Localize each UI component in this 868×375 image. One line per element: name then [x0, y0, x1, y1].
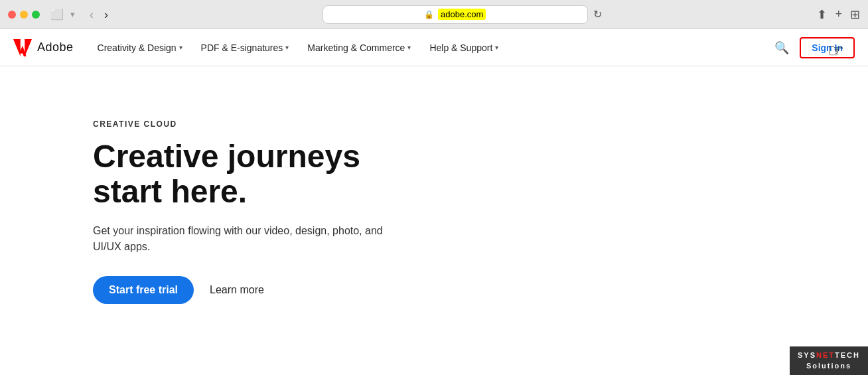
browser-chrome: ⬜ ▾ ‹ › 🔒 adobe.com ↻ ⬆ + ⊞ [0, 0, 868, 29]
url-display: adobe.com [438, 9, 486, 20]
adobe-navbar: Adobe Creativity & Design ▾ PDF & E-sign… [0, 29, 868, 66]
traffic-lights [8, 11, 40, 19]
back-button[interactable]: ‹ [86, 7, 98, 22]
minimize-button[interactable] [20, 11, 28, 19]
nav-right: 🔍 Sign In [772, 37, 855, 58]
nav-item-creativity-design[interactable]: Creativity & Design ▾ [90, 38, 190, 57]
reload-button[interactable]: ↻ [593, 8, 602, 21]
adobe-logo-icon [13, 38, 32, 57]
tab-overview-icon[interactable]: ⬜ [50, 8, 64, 21]
learn-more-link[interactable]: Learn more [210, 284, 264, 296]
watermark-box: SYSNETTECH Solutions [790, 346, 868, 375]
forward-button[interactable]: › [100, 7, 112, 22]
maximize-button[interactable] [32, 11, 40, 19]
new-tab-button[interactable]: + [835, 7, 842, 21]
lock-icon: 🔒 [424, 10, 434, 19]
search-button[interactable]: 🔍 [772, 38, 792, 58]
nav-item-marketing-commerce[interactable]: Marketing & Commerce ▾ [299, 38, 419, 57]
nav-item-help-support[interactable]: Help & Support ▾ [421, 38, 506, 57]
nav-item-pdf-esignatures[interactable]: PDF & E-signatures ▾ [193, 38, 297, 57]
chevron-down-icon: ▾ [407, 44, 411, 51]
hero-eyebrow: CREATIVE CLOUD [93, 119, 411, 129]
start-free-trial-button[interactable]: Start free trial [93, 276, 194, 304]
share-button[interactable]: ⬆ [817, 7, 827, 22]
adobe-logo[interactable]: Adobe [13, 38, 74, 57]
chevron-down-icon: ▾ [179, 44, 182, 51]
browser-actions: ⬆ + ⊞ [817, 7, 860, 22]
chevron-down-icon: ▾ [285, 44, 289, 51]
watermark-line1: SYSNETTECH [798, 350, 860, 360]
watermark: SYSNETTECH Solutions [790, 346, 868, 375]
tab-grid-button[interactable]: ⊞ [850, 7, 860, 22]
browser-nav: ‹ › [86, 7, 112, 22]
nav-items: Creativity & Design ▾ PDF & E-signatures… [90, 38, 772, 57]
hero-section: CREATIVE CLOUD Creative journeys start h… [0, 66, 868, 304]
chevron-down-icon: ▾ [495, 44, 498, 51]
address-bar[interactable]: 🔒 adobe.com [323, 5, 588, 24]
close-button[interactable] [8, 11, 16, 19]
watermark-line2: Solutions [798, 361, 860, 371]
sign-in-button[interactable]: Sign In [800, 37, 855, 58]
hero-actions: Start free trial Learn more [93, 276, 411, 304]
adobe-logo-text: Adobe [37, 40, 74, 54]
hero-headline: Creative journeys start here. [93, 139, 411, 210]
hero-description: Get your inspiration flowing with our vi… [93, 223, 398, 255]
